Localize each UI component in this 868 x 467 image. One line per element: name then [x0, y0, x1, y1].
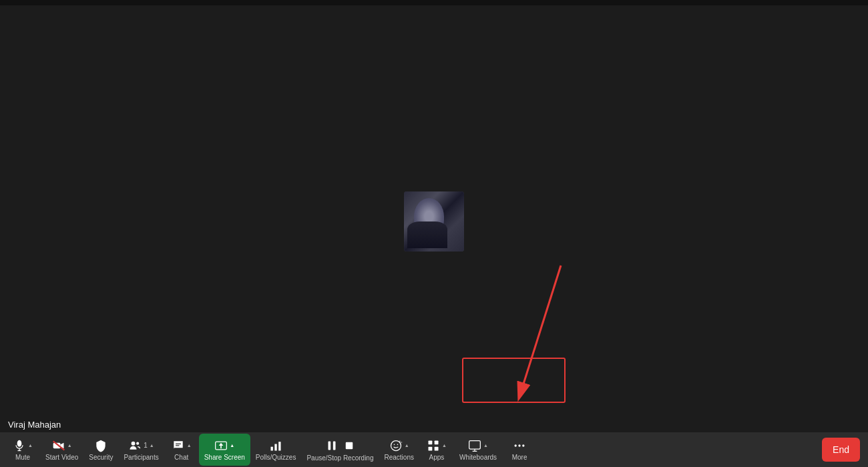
stop-icon [343, 440, 355, 452]
svg-rect-30 [469, 440, 481, 449]
svg-line-1 [521, 266, 561, 392]
svg-point-33 [515, 444, 517, 446]
svg-rect-27 [435, 440, 439, 444]
svg-rect-10 [176, 443, 181, 444]
share-screen-button[interactable]: ▲ Share Screen [199, 434, 250, 466]
svg-rect-16 [278, 442, 280, 450]
participant-avatar [404, 191, 464, 252]
svg-point-23 [399, 442, 401, 443]
svg-point-2 [17, 440, 22, 446]
end-button[interactable]: End [822, 438, 860, 462]
svg-marker-13 [219, 442, 224, 448]
highlight-box-pause-stop [462, 358, 566, 403]
apps-button[interactable]: ▲ Apps [419, 434, 454, 466]
share-caret[interactable]: ▲ [230, 443, 234, 448]
reactions-button[interactable]: ▲ Reactions [379, 434, 419, 466]
svg-point-9 [136, 442, 139, 444]
svg-rect-15 [274, 444, 276, 450]
main-video-area: Viraj Mahajan [0, 5, 868, 438]
mute-caret[interactable]: ▲ [28, 443, 33, 448]
video-caret[interactable]: ▲ [67, 443, 72, 448]
video-icon [52, 439, 65, 452]
svg-point-34 [518, 444, 520, 446]
svg-point-8 [132, 441, 136, 445]
chat-caret[interactable]: ▲ [187, 443, 192, 448]
annotation-arrow [501, 259, 581, 408]
participant-name: Viraj Mahajan [8, 420, 61, 430]
participants-button[interactable]: 1 ▲ Participants [118, 434, 164, 466]
reactions-caret[interactable]: ▲ [405, 443, 409, 448]
top-bar [0, 0, 868, 5]
chat-button[interactable]: ▲ Chat [164, 434, 199, 466]
svg-rect-19 [346, 442, 353, 449]
security-button[interactable]: Security [83, 434, 118, 466]
pause-icon [324, 438, 339, 453]
participants-badge: 1 [144, 442, 148, 449]
polls-quizzes-button[interactable]: Polls/Quizzes [250, 434, 302, 466]
svg-point-22 [397, 444, 398, 445]
toolbar: ▲ Mute ▲ Start Video Security [0, 432, 868, 467]
whiteboards-button[interactable]: ▲ Whiteboards [454, 434, 502, 466]
svg-rect-28 [428, 446, 432, 450]
svg-rect-29 [435, 446, 439, 450]
mute-button[interactable]: ▲ Mute [5, 434, 40, 466]
start-video-button[interactable]: ▲ Start Video [40, 434, 83, 466]
svg-rect-17 [329, 441, 331, 450]
more-button[interactable]: More [502, 434, 537, 466]
svg-rect-14 [271, 446, 273, 450]
whiteboards-icon [468, 439, 481, 452]
apps-caret[interactable]: ▲ [442, 443, 447, 448]
svg-rect-18 [333, 441, 336, 450]
whiteboards-caret[interactable]: ▲ [483, 443, 488, 448]
svg-point-35 [522, 444, 524, 446]
participants-caret[interactable]: ▲ [150, 443, 154, 448]
more-icon [513, 439, 526, 452]
share-screen-icon [214, 439, 228, 452]
polls-icon [269, 439, 282, 452]
chat-icon [172, 439, 185, 452]
participants-icon [128, 439, 142, 452]
svg-rect-26 [428, 440, 432, 444]
apps-icon [427, 439, 440, 452]
pause-stop-recording-button[interactable]: Pause/Stop Recording [301, 434, 379, 466]
avatar-image [404, 191, 464, 252]
security-icon [94, 439, 107, 452]
svg-point-21 [393, 444, 395, 445]
reactions-icon [389, 439, 403, 452]
svg-rect-11 [176, 445, 180, 446]
mic-icon [13, 439, 26, 452]
